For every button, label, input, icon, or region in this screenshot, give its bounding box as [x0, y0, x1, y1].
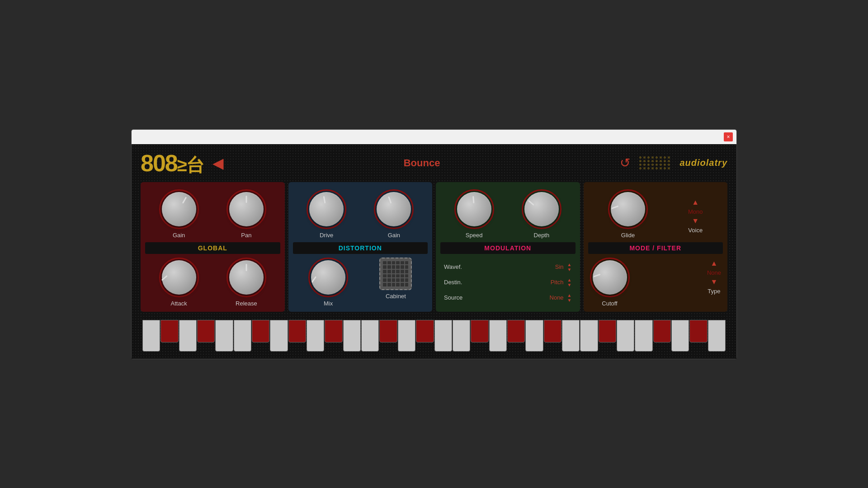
knob-dist-gain-container: Gain — [374, 189, 414, 239]
piano-key-18[interactable] — [471, 320, 488, 343]
mode-bottom-row: Cutoff ▲ None ▼ Type — [588, 258, 723, 307]
voice-value: Mono — [688, 208, 703, 215]
knob-attack-container: Attack — [159, 258, 199, 307]
piano-key-23[interactable] — [562, 320, 580, 352]
gain-label: Gain — [173, 232, 185, 239]
distortion-top-row: Drive Gain — [293, 189, 428, 239]
cutoff-knob[interactable] — [590, 258, 630, 297]
mode-section-label: MODE / FILTER — [588, 242, 723, 254]
piano-key-2[interactable] — [179, 320, 197, 352]
logo: 808≥台 — [141, 151, 203, 175]
knob-pan-container: Pan — [226, 189, 266, 239]
piano-key-3[interactable] — [197, 320, 215, 343]
refresh-icon[interactable]: ↺ — [620, 155, 630, 170]
title-bar: × — [132, 130, 736, 144]
type-container: ▲ None ▼ Type — [707, 258, 721, 295]
piano-key-20[interactable] — [507, 320, 525, 343]
piano-key-4[interactable] — [215, 320, 233, 352]
global-bottom-row: Attack Release — [145, 258, 280, 307]
piano-key-12[interactable] — [361, 320, 379, 352]
destin-value[interactable]: Pitch — [470, 279, 564, 286]
source-value[interactable]: None — [470, 294, 564, 301]
type-down-arrow[interactable]: ▼ — [711, 278, 718, 286]
attack-knob[interactable] — [159, 258, 199, 297]
mode-top-row: Glide ▲ Mono ▼ Voice — [588, 189, 723, 239]
piano-key-27[interactable] — [635, 320, 652, 352]
piano-key-0[interactable] — [142, 320, 160, 352]
plugin-window: × 808≥台 ◀ Bounce ↺ audiolatry — [131, 129, 737, 359]
voice-up-arrow[interactable]: ▲ — [692, 198, 699, 206]
dist-gain-knob[interactable] — [374, 189, 414, 229]
pan-knob[interactable] — [226, 189, 266, 229]
depth-label: Depth — [534, 232, 550, 239]
knob-glide-container: Glide — [608, 189, 648, 239]
nav-back-button[interactable]: ◀ — [212, 155, 224, 172]
gain-knob[interactable] — [159, 189, 199, 229]
type-up-arrow[interactable]: ▲ — [711, 259, 718, 267]
piano-key-25[interactable] — [599, 320, 616, 343]
dist-gain-label: Gain — [388, 232, 400, 239]
global-top-row: Gain Pan — [145, 189, 280, 239]
panels: Gain Pan GLOBAL — [141, 182, 727, 312]
piano-key-17[interactable] — [453, 320, 470, 352]
depth-knob[interactable] — [522, 189, 561, 229]
release-label: Release — [236, 300, 257, 307]
knob-gain-container: Gain — [159, 189, 199, 239]
distortion-section-label: DISTORTION — [293, 242, 428, 254]
distortion-bottom-row: Mix Cabinet — [293, 258, 428, 307]
type-value: None — [707, 269, 721, 276]
piano-key-21[interactable] — [525, 320, 543, 352]
piano-key-29[interactable] — [671, 320, 689, 352]
mix-label: Mix — [324, 300, 333, 307]
glide-knob[interactable] — [608, 189, 648, 229]
piano-key-26[interactable] — [617, 320, 634, 352]
piano-key-28[interactable] — [653, 320, 671, 343]
piano-key-6[interactable] — [252, 320, 269, 343]
piano-key-16[interactable] — [434, 320, 452, 352]
drive-knob[interactable] — [307, 189, 346, 229]
pan-label: Pan — [241, 232, 251, 239]
piano-key-10[interactable] — [325, 320, 342, 343]
piano-key-30[interactable] — [689, 320, 707, 343]
piano-key-31[interactable] — [708, 320, 726, 352]
piano-key-22[interactable] — [544, 320, 561, 343]
piano-key-5[interactable] — [234, 320, 251, 352]
destin-arrows[interactable]: ▲▼ — [567, 277, 572, 287]
mix-knob[interactable] — [308, 258, 348, 297]
knob-release-container: Release — [226, 258, 266, 307]
source-arrows[interactable]: ▲▼ — [567, 293, 572, 303]
cabinet-label: Cabinet — [386, 293, 406, 300]
knob-depth-container: Depth — [522, 189, 561, 239]
piano-key-1[interactable] — [160, 320, 178, 343]
piano-key-13[interactable] — [379, 320, 397, 343]
piano-key-14[interactable] — [398, 320, 415, 352]
brand-label: audiolatry — [679, 158, 727, 168]
speed-knob[interactable] — [454, 189, 494, 229]
panel-modulation: Speed Depth MODULATION — [436, 182, 580, 312]
panel-mode-filter: Glide ▲ Mono ▼ Voice MODE / FILTER — [584, 182, 728, 312]
dots-grid — [639, 156, 670, 169]
destin-row: Destin. Pitch ▲▼ — [440, 275, 576, 290]
destin-label: Destin. — [444, 279, 467, 286]
cabinet-widget[interactable] — [379, 258, 412, 290]
piano-key-11[interactable] — [343, 320, 361, 352]
piano-key-7[interactable] — [270, 320, 288, 352]
voice-label: Voice — [688, 227, 703, 234]
piano-key-24[interactable] — [580, 320, 598, 352]
close-button[interactable]: × — [724, 132, 733, 141]
wavef-arrows[interactable]: ▲▼ — [567, 262, 572, 272]
piano-key-19[interactable] — [489, 320, 507, 352]
piano-key-9[interactable] — [307, 320, 324, 352]
piano-key-8[interactable] — [288, 320, 306, 343]
knob-mix-container: Mix — [308, 258, 348, 307]
speed-label: Speed — [466, 232, 483, 239]
wavef-value[interactable]: Sin — [470, 263, 564, 270]
patch-name: Bounce — [233, 157, 611, 169]
release-knob[interactable] — [226, 258, 266, 297]
piano-key-15[interactable] — [416, 320, 434, 343]
glide-label: Glide — [621, 232, 635, 239]
cutoff-label: Cutoff — [602, 300, 617, 307]
voice-down-arrow[interactable]: ▼ — [692, 217, 699, 225]
cabinet-container: Cabinet — [379, 258, 412, 300]
knob-cutoff-container: Cutoff — [590, 258, 630, 307]
